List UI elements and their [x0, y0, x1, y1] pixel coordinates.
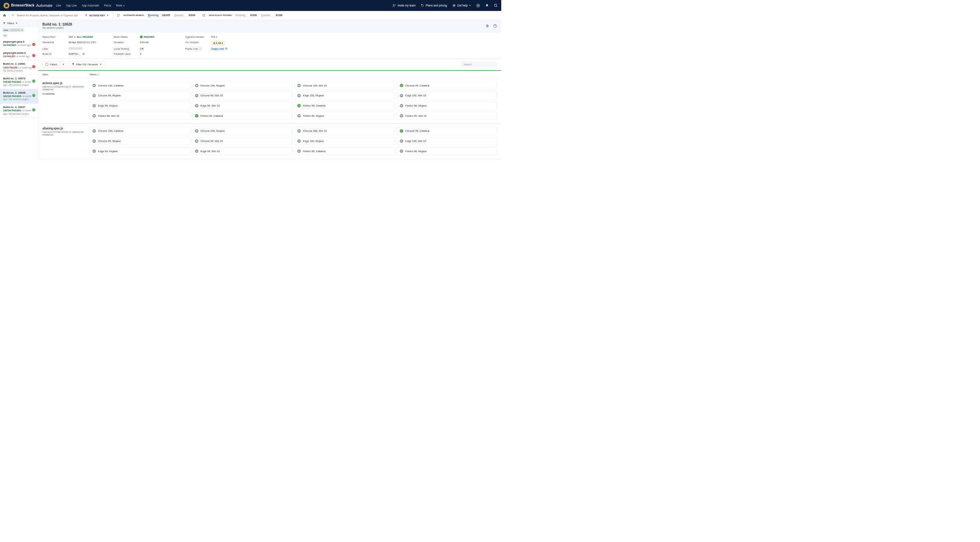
env-chip[interactable]: Firefox 98, Catalina — [294, 102, 395, 110]
brand-name: BrowserStack — [11, 3, 34, 8]
build-item[interactable]: Build no. 1: 10681 1/320 FAILED • a mont… — [0, 60, 38, 75]
env-chip[interactable]: Firefox 99, Catalina — [192, 112, 292, 120]
topnav-link-app-automate[interactable]: App Automate — [82, 4, 99, 7]
plans-link[interactable]: Plans and pricing — [421, 4, 447, 7]
topnav-link-more[interactable]: More ▼ — [116, 4, 125, 7]
env-chip[interactable]: Chrome 99, Win 10 — [192, 92, 292, 100]
env-chip[interactable]: Firefox 99, Mojave — [294, 112, 395, 120]
env-chip[interactable]: Edge 99, Mojave — [89, 102, 190, 110]
filters-toggle[interactable]: Filters ▼ — [0, 20, 38, 27]
env-chip-label: Chrome 99, Catalina — [405, 84, 429, 87]
env-chip-label: Chrome 100, Win 10 — [303, 84, 327, 87]
env-chip[interactable]: Chrome 99, Mojave — [89, 137, 190, 145]
trash-icon[interactable] — [485, 24, 489, 27]
svg-point-10 — [86, 14, 86, 15]
env-chip[interactable]: Firefox 98, Mojave — [397, 102, 497, 110]
home-button[interactable] — [0, 11, 9, 20]
env-chip[interactable]: Chrome 100, Catalina — [89, 81, 190, 89]
filter-os-browser-button[interactable]: Filter OS / Browser ▼ — [69, 61, 105, 68]
global-search-input[interactable] — [17, 14, 78, 17]
plans-label: Plans and pricing — [426, 4, 447, 7]
env-chip[interactable]: Chrome 100, Win 10 — [294, 127, 395, 135]
env-chip[interactable]: Chrome 100, Catalina — [89, 127, 190, 135]
chip-remove-icon[interactable]: × — [21, 29, 23, 31]
env-chip-label: Chrome 100, Catalina — [98, 129, 124, 132]
env-chip[interactable]: Chrome 99, Catalina — [397, 81, 497, 89]
env-chip-label: Chrome 99, Catalina — [405, 129, 429, 132]
env-chip[interactable]: Edge 99, Win 10 — [192, 102, 292, 110]
env-chip-label: Edge 100, Mojave — [303, 140, 324, 143]
build-item[interactable]: playwright-build-3 1/4 FAILED • a month … — [0, 49, 38, 60]
bell-icon[interactable] — [485, 3, 488, 7]
skip-icon — [92, 104, 96, 107]
env-chip[interactable]: Edge 100, Mojave — [294, 92, 395, 100]
public-link-label: Public Link i — [185, 47, 211, 50]
skip-icon — [400, 139, 403, 143]
build-id-label: Build ID — [43, 52, 69, 55]
env-chip[interactable]: Firefox 98, Mojave — [397, 147, 497, 155]
env-chip[interactable]: Firefox 98, Win 10 — [89, 112, 190, 120]
env-chip[interactable]: Chrome 100, Mojave — [192, 127, 292, 135]
env-chip[interactable]: Chrome 99, Mojave — [89, 92, 190, 100]
topnav-link-percy[interactable]: Percy — [104, 4, 111, 7]
env-chip-label: Firefox 98, Catalina — [303, 104, 326, 107]
info-icon[interactable]: i — [199, 48, 202, 50]
skip-icon — [195, 84, 198, 87]
env-chip-label: Edge 100, Win 10 — [405, 140, 426, 143]
build-item[interactable]: Build no. 1: 10628 320/320 PASSED • a mo… — [0, 89, 38, 103]
failed-dropdown-toggle[interactable]: ▼ — [60, 61, 66, 68]
env-chip[interactable]: Chrome 99, Win 10 — [192, 137, 292, 145]
logo-icon — [3, 2, 9, 8]
svg-point-8 — [12, 14, 14, 16]
svg-line-7 — [496, 6, 497, 7]
skip-icon — [92, 94, 96, 97]
env-chip[interactable]: Firefox 99, Win 10 — [397, 112, 497, 120]
access-key-label: ACCESS KEY — [89, 14, 105, 17]
env-chip[interactable]: Edge 99, Mojave — [89, 147, 190, 155]
env-chip[interactable]: Chrome 99, Catalina — [397, 127, 497, 135]
filter-chip-user[interactable]: User: × — [2, 28, 24, 32]
refresh-icon[interactable] — [202, 14, 205, 17]
svg-rect-15 — [83, 53, 84, 55]
topnav-link-live[interactable]: Live — [56, 4, 61, 7]
build-item-meta: a month ago — [17, 55, 30, 58]
user-avatar-icon[interactable] — [476, 3, 480, 7]
info-icon[interactable]: i — [97, 73, 99, 76]
access-key-button[interactable]: ACCESS KEY ▼ — [80, 11, 113, 19]
svg-text:?: ? — [453, 5, 455, 6]
topnav-link-app-live[interactable]: App Live — [66, 4, 77, 7]
build-item-title: playwright-java-3 — [3, 40, 35, 43]
env-chip-label: Chrome 99, Mojave — [98, 140, 121, 143]
build-item[interactable]: playwright-java-3 4/4 PASSED • a month a… — [0, 38, 38, 49]
svg-rect-11 — [86, 15, 86, 16]
env-chip-label: Edge 100, Win 10 — [405, 94, 426, 97]
spec-row: aliasing.spec.js cypress/integration/2-a… — [38, 123, 501, 159]
build-item-status: 320/320 PASSED — [3, 95, 21, 98]
failed-checkbox[interactable] — [46, 63, 48, 66]
build-item[interactable]: Build no. 1: 10673 300/300 PASSED • a mo… — [0, 75, 38, 89]
build-item[interactable]: Build no. 1: 10627 340/340 PASSED • a mo… — [0, 104, 38, 118]
help-circle-icon[interactable] — [493, 24, 497, 27]
started-at-value: 20 Apr 2022 07:11 UTC — [69, 41, 114, 45]
cypress-version-label: Cypress Version — [185, 35, 211, 39]
env-chip[interactable]: Chrome 100, Win 10 — [294, 81, 395, 89]
invite-team-link[interactable]: Invite my team — [392, 3, 416, 7]
hst-queued-stat: Queued0/100 — [261, 13, 282, 17]
env-chip[interactable]: Chrome 100, Mojave — [192, 81, 292, 89]
copy-icon[interactable] — [82, 53, 85, 55]
copy-link-button[interactable]: Copy Link — [211, 47, 227, 50]
skip-icon — [92, 139, 96, 143]
env-chip[interactable]: Edge 100, Win 10 — [397, 137, 497, 145]
env-chip[interactable]: Edge 100, Mojave — [294, 137, 395, 145]
help-link[interactable]: ? Get help ▼ — [452, 4, 471, 7]
env-chip[interactable]: Edge 100, Win 10 — [397, 92, 497, 100]
skip-icon — [400, 150, 403, 153]
failed-filter-button[interactable]: Failed ▼ — [43, 61, 66, 68]
status-dot-icon — [32, 80, 35, 83]
env-chip[interactable]: Edge 99, Win 10 — [192, 147, 292, 155]
env-chip[interactable]: Firefox 98, Catalina — [294, 147, 395, 155]
search-icon[interactable] — [494, 3, 498, 7]
skip-icon — [92, 129, 96, 132]
spec-search-input[interactable]: Search — [460, 61, 497, 67]
refresh-icon[interactable] — [117, 14, 120, 17]
